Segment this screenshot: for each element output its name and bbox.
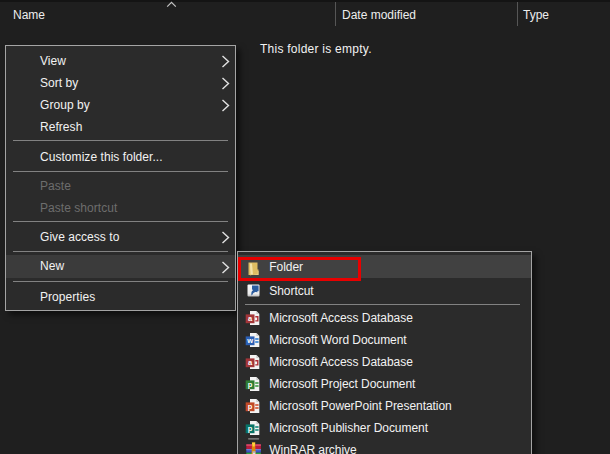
svg-text:p: p: [248, 424, 253, 433]
svg-text:p: p: [248, 380, 253, 389]
svg-text:p: p: [248, 402, 253, 411]
svg-text:w: w: [246, 336, 253, 345]
